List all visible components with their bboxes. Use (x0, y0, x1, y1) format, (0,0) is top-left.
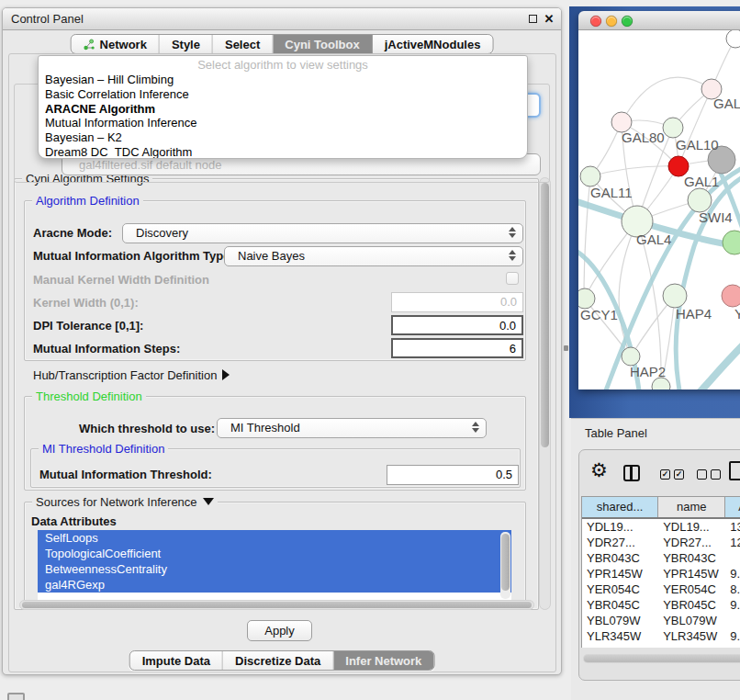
checkbox-checked-icon[interactable]: ✓ (660, 469, 670, 480)
aracne-mode-value: Discovery (136, 226, 188, 240)
table-row[interactable]: YBL079WYBL079W (582, 613, 740, 628)
column-header-shared-name[interactable]: shared... (582, 497, 658, 517)
split-pane-handle[interactable] (564, 345, 568, 351)
table-row[interactable]: YDL19...YDL19...13 (582, 519, 740, 535)
mi-type-label: Mutual Information Algorithm Type: (33, 249, 234, 263)
scrollbar-thumb[interactable] (541, 183, 549, 447)
table-panel-inner: ⚙ ✓ ✓ shared... name A YDL19...YDL19...1… (578, 449, 740, 681)
settings-gear-icon[interactable]: ⚙ (590, 458, 608, 482)
algorithm-dropdown-placeholder: Select algorithm to view settings (39, 58, 527, 73)
table-row[interactable]: YER054CYER054C8. (582, 581, 740, 597)
table-row[interactable]: YDR27...YDR27...12 (582, 535, 740, 550)
apply-button[interactable]: Apply (247, 620, 312, 641)
column-header-clipped[interactable]: A (725, 497, 740, 517)
tab-jactivemnodules[interactable]: jActiveMNodules (373, 35, 493, 53)
cell: 9. (725, 597, 740, 613)
scrollbar-thumb[interactable] (584, 655, 740, 662)
node-label: GCY1 (580, 307, 618, 322)
tab-impute-data[interactable]: Impute Data (130, 651, 223, 670)
network-window-titlebar[interactable] (578, 11, 740, 30)
table-source-combobox-value: gal4filtered.sif default node (79, 158, 221, 172)
tab-select[interactable]: Select (213, 35, 273, 53)
tab-discretize-data[interactable]: Discretize Data (223, 651, 333, 670)
checkbox-unchecked-icon[interactable] (711, 469, 721, 480)
attribute-item-selected[interactable]: SelfLoops (38, 530, 511, 546)
tab-infer-network-label: Infer Network (345, 651, 421, 671)
algorithm-option[interactable]: Basic Correlation Inference (39, 87, 527, 102)
table-horizontal-scrollbar[interactable] (583, 654, 740, 663)
mi-threshold-label: Mutual Information Threshold: (39, 468, 212, 481)
manual-kernel-checkbox[interactable] (506, 272, 519, 285)
dpi-tolerance-field[interactable]: 0.0 (391, 315, 523, 335)
tab-infer-network[interactable]: Infer Network (333, 651, 433, 670)
algorithm-option[interactable]: Dream8 DC_TDC Algorithm (39, 145, 527, 159)
control-panel-tab-strip: Network Style Select Cyni Toolbox jActiv… (71, 34, 494, 54)
aracne-mode-combobox[interactable]: Discovery (122, 223, 523, 243)
cell: YPR145W (658, 566, 725, 581)
algorithm-option-aracne[interactable]: ARACNE Algorithm (39, 102, 527, 117)
algorithm-option[interactable]: Mutual Information Inference (39, 116, 527, 130)
cell: YDL19... (582, 519, 658, 535)
node-label: HAP2 (630, 364, 666, 379)
kernel-width-field[interactable]: 0.0 (391, 292, 523, 312)
attribute-item-selected[interactable]: gal4RGexp (38, 577, 511, 593)
zoom-traffic-light-icon[interactable] (622, 16, 633, 27)
close-traffic-light-icon[interactable] (590, 16, 601, 27)
cell: YBR043C (658, 550, 725, 566)
attribute-item-selected[interactable]: BetweennessCentrality (38, 561, 511, 577)
node-gal10[interactable] (663, 118, 683, 138)
split-columns-icon[interactable] (623, 465, 640, 481)
network-graph[interactable]: GAL80 GAL10 GAL1 GAL11 SWI4 GAL4 GCY1 HA… (578, 30, 740, 390)
scrollbar-thumb[interactable] (22, 602, 532, 608)
which-threshold-combobox[interactable]: MI Threshold (217, 418, 487, 438)
algorithm-definition-title: Algorithm Definition (32, 194, 143, 208)
node-y-partial[interactable] (722, 285, 740, 307)
cell: YIL052C (658, 644, 725, 648)
control-panel-window: Control Panel ✕ Network Style Select Cyn… (2, 7, 562, 675)
close-icon[interactable]: ✕ (543, 11, 555, 28)
minimize-traffic-light-icon[interactable] (606, 16, 617, 27)
algorithm-option[interactable]: Bayesian – K2 (39, 130, 527, 145)
attributes-scrollbar[interactable] (500, 532, 510, 599)
algorithm-option[interactable]: Bayesian – Hill Climbing (39, 73, 527, 87)
cell: 13 (725, 519, 740, 535)
tab-style[interactable]: Style (160, 35, 213, 53)
column-header-name[interactable]: name (658, 497, 725, 517)
settings-vertical-scrollbar[interactable] (539, 177, 551, 610)
mi-steps-label: Mutual Information Steps: (33, 342, 180, 356)
table-row[interactable]: YBR043CYBR043C (582, 550, 740, 566)
tab-network[interactable]: Network (72, 35, 160, 53)
mi-type-combobox[interactable]: Naive Bayes (224, 246, 523, 266)
hub-factor-expander[interactable]: Hub/Transcription Factor Definition (33, 368, 230, 382)
node-unlabeled[interactable] (726, 30, 740, 48)
mi-threshold-field[interactable]: 0.5 (387, 465, 519, 485)
scrollbar-thumb[interactable] (501, 534, 510, 591)
table-row[interactable]: YLR345WYLR345W9. (582, 628, 740, 644)
tab-cyni-toolbox-label: Cyni Toolbox (285, 35, 359, 54)
float-window-icon[interactable] (529, 15, 537, 23)
checkbox-checked-icon[interactable]: ✓ (674, 469, 684, 480)
table-row[interactable]: YBR045CYBR045C9. (582, 597, 740, 613)
control-panel-titlebar[interactable]: Control Panel ✕ (3, 8, 561, 30)
cell: YLR345W (582, 628, 658, 644)
table-row[interactable]: YIL052CYIL052C9. (582, 644, 740, 648)
cell (725, 613, 740, 628)
network-canvas[interactable]: GAL80 GAL10 GAL1 GAL11 SWI4 GAL4 GCY1 HA… (578, 30, 740, 390)
cell (725, 550, 740, 566)
attribute-item-selected[interactable]: TopologicalCoefficient (38, 546, 511, 561)
settings-horizontal-scrollbar[interactable] (19, 600, 534, 610)
node-gal11[interactable] (580, 166, 600, 186)
cell: YDR27... (582, 535, 658, 550)
node-green[interactable] (723, 231, 740, 254)
mi-steps-field[interactable]: 6 (391, 338, 523, 358)
table-row[interactable]: YPR145WYPR145W9. (582, 566, 740, 581)
tab-cyni-toolbox[interactable]: Cyni Toolbox (273, 35, 372, 53)
node-hap4[interactable] (663, 284, 687, 308)
checkbox-unchecked-icon[interactable] (697, 469, 707, 480)
node-hap2[interactable] (622, 347, 640, 366)
hub-factor-expander-label: Hub/Transcription Factor Definition (33, 368, 217, 382)
minimized-panel-button[interactable] (7, 693, 25, 700)
document-icon[interactable] (729, 461, 740, 480)
node-gcy1[interactable] (578, 288, 595, 309)
data-attributes-list: SelfLoops TopologicalCoefficient Between… (38, 530, 511, 601)
